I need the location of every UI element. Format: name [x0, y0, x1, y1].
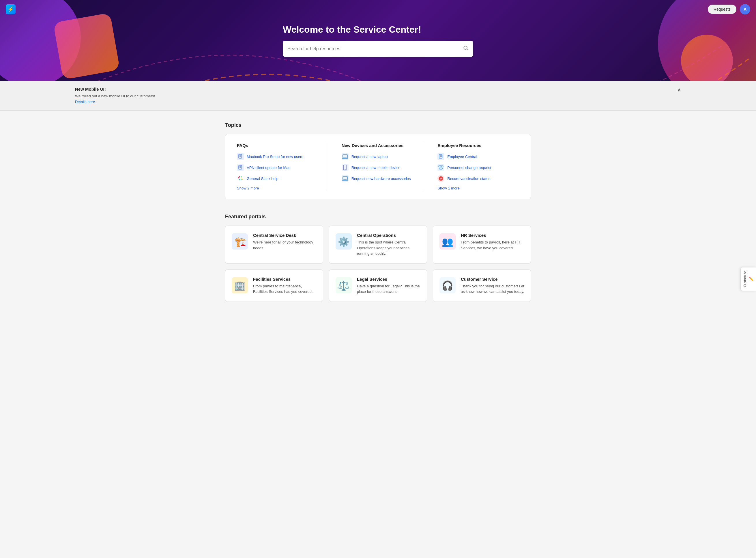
portal-card-customer-service[interactable]: 🎧 Customer Service Thank you for being o… — [433, 270, 531, 302]
customize-label: Customize — [743, 271, 747, 287]
topic-item-label[interactable]: VPN client update for Mac — [247, 166, 290, 170]
portal-icon-legal: ⚖️ — [335, 277, 352, 294]
topic-item-label[interactable]: Macbook Pro Setup for new users — [247, 154, 303, 159]
topic-item-label[interactable]: Record vaccination status — [447, 176, 490, 181]
topic-column-faqs: FAQs Macbook Pro Setup for new users — [237, 143, 327, 190]
topic-item[interactable]: Request a new laptop — [342, 153, 414, 160]
requests-button[interactable]: Requests — [708, 5, 736, 14]
portal-card-operations[interactable]: ⚙️ Central Operations This is the spot w… — [329, 226, 427, 264]
topic-item-label[interactable]: Request a new laptop — [351, 154, 388, 159]
portal-name: Central Operations — [357, 233, 421, 238]
svg-point-30 — [441, 168, 442, 169]
customize-icon: ✏️ — [749, 277, 754, 281]
topic-item[interactable]: Request new hardware accessories — [342, 175, 414, 182]
svg-rect-10 — [239, 177, 240, 178]
laptop-icon — [342, 153, 349, 160]
portal-card-legal[interactable]: ⚖️ Legal Services Have a question for Le… — [329, 270, 427, 302]
svg-text:⚖️: ⚖️ — [338, 280, 349, 291]
portal-info-service-desk: Central Service Desk We're here for all … — [253, 233, 317, 251]
portal-card-facilities[interactable]: 🏢 Facilities Services From parties to ma… — [225, 270, 323, 302]
announcement-toggle-button[interactable]: ∧ — [677, 87, 681, 93]
employee-central-icon — [437, 153, 444, 160]
topics-title: Topics — [225, 122, 531, 128]
hero-section: ⚡ Requests A Welcome to the Service Cent… — [0, 0, 756, 81]
topic-item-label[interactable]: Employee Central — [447, 154, 477, 159]
svg-point-29 — [439, 168, 441, 169]
svg-line-1 — [467, 49, 468, 51]
announcement-body: We rolled out a new mobile UI to our cus… — [75, 93, 155, 105]
portal-icon-facilities: 🏢 — [231, 277, 248, 294]
search-bar[interactable] — [283, 41, 473, 57]
featured-portals-section: Featured portals 🏗️ Central Service Desk… — [225, 214, 531, 302]
hero-title: Welcome to the Service Center! — [283, 24, 473, 35]
svg-rect-14 — [241, 179, 242, 180]
portal-info-operations: Central Operations This is the spot wher… — [357, 233, 421, 256]
announcement-content: New Mobile UI! We rolled out a new mobil… — [75, 87, 155, 105]
personnel-icon — [437, 164, 444, 171]
employee-column-title: Employee Resources — [437, 143, 519, 148]
hero-content: Welcome to the Service Center! — [283, 24, 473, 57]
portal-desc: This is the spot where Central Operation… — [357, 239, 421, 256]
topic-item-label[interactable]: Personnel change request — [447, 166, 491, 170]
slack-icon — [237, 175, 244, 182]
portal-desc: Thank you for being our customer! Let us… — [461, 283, 525, 295]
featured-portals-title: Featured portals — [225, 214, 531, 220]
topic-column-devices: New Devices and Accessories Request a ne… — [333, 143, 423, 190]
portal-name: Facilities Services — [253, 277, 317, 282]
portal-desc: We're here for all of your technology ne… — [253, 239, 317, 251]
svg-rect-15 — [242, 179, 243, 180]
nav-right: Requests A — [708, 4, 750, 15]
search-input[interactable] — [288, 46, 463, 51]
topic-item-label[interactable]: General Slack help — [247, 176, 278, 181]
topic-item[interactable]: Record vaccination status — [437, 175, 519, 182]
portal-info-legal: Legal Services Have a question for Legal… — [357, 277, 421, 295]
svg-rect-11 — [241, 176, 242, 178]
svg-point-0 — [464, 46, 467, 49]
main-content: Topics FAQs Macbook Pro Setup for new us… — [219, 110, 537, 313]
svg-point-26 — [439, 166, 440, 167]
customize-sidebar[interactable]: ✏️ Customize — [740, 267, 756, 291]
svg-text:👥: 👥 — [442, 236, 453, 247]
portal-icon-customer-service: 🎧 — [439, 277, 456, 294]
show-more-employee[interactable]: Show 1 more — [437, 186, 519, 190]
svg-text:⚙️: ⚙️ — [338, 236, 349, 247]
svg-rect-13 — [241, 177, 242, 178]
portal-icon-operations: ⚙️ — [335, 233, 352, 250]
topic-item[interactable]: Personnel change request — [437, 164, 519, 171]
svg-text:🏗️: 🏗️ — [235, 236, 246, 247]
faqs-column-title: FAQs — [237, 143, 318, 148]
topics-card: FAQs Macbook Pro Setup for new users — [225, 134, 531, 199]
portal-name: Customer Service — [461, 277, 525, 282]
portal-icon-service-desk: 🏗️ — [231, 233, 248, 250]
topic-item-label[interactable]: Request a new mobile device — [351, 166, 401, 170]
svg-rect-8 — [238, 177, 240, 178]
portal-info-customer-service: Customer Service Thank you for being our… — [461, 277, 525, 295]
svg-text:🎧: 🎧 — [442, 280, 453, 291]
logo[interactable]: ⚡ — [6, 4, 16, 14]
portal-info-facilities: Facilities Services From parties to main… — [253, 277, 317, 295]
topic-item[interactable]: General Slack help — [237, 175, 318, 182]
hero-decoration-2 — [53, 13, 120, 80]
portal-desc: Have a question for Legal? This is the p… — [357, 283, 421, 295]
announcement-link[interactable]: Details here — [75, 100, 95, 104]
topic-item-label[interactable]: Request new hardware accessories — [351, 176, 411, 181]
user-avatar-button[interactable]: A — [740, 4, 750, 15]
hardware-icon — [342, 175, 349, 182]
topic-item[interactable]: Request a new mobile device — [342, 164, 414, 171]
topic-item[interactable]: Employee Central — [437, 153, 519, 160]
portal-card-hr[interactable]: 👥 HR Services From benefits to payroll, … — [433, 226, 531, 264]
portal-card-service-desk[interactable]: 🏗️ Central Service Desk We're here for a… — [225, 226, 323, 264]
topic-item[interactable]: VPN client update for Mac — [237, 164, 318, 171]
svg-rect-9 — [239, 176, 240, 178]
top-navigation: ⚡ Requests A — [0, 0, 756, 19]
show-more-faqs[interactable]: Show 2 more — [237, 186, 318, 190]
svg-point-27 — [440, 166, 442, 167]
portal-name: Legal Services — [357, 277, 421, 282]
svg-rect-20 — [343, 176, 347, 180]
svg-point-19 — [345, 169, 345, 170]
topic-item[interactable]: Macbook Pro Setup for new users — [237, 153, 318, 160]
portals-grid: 🏗️ Central Service Desk We're here for a… — [225, 226, 531, 302]
svg-rect-12 — [239, 179, 240, 180]
portal-desc: From parties to maintenance, Facilities … — [253, 283, 317, 295]
devices-column-title: New Devices and Accessories — [342, 143, 414, 148]
